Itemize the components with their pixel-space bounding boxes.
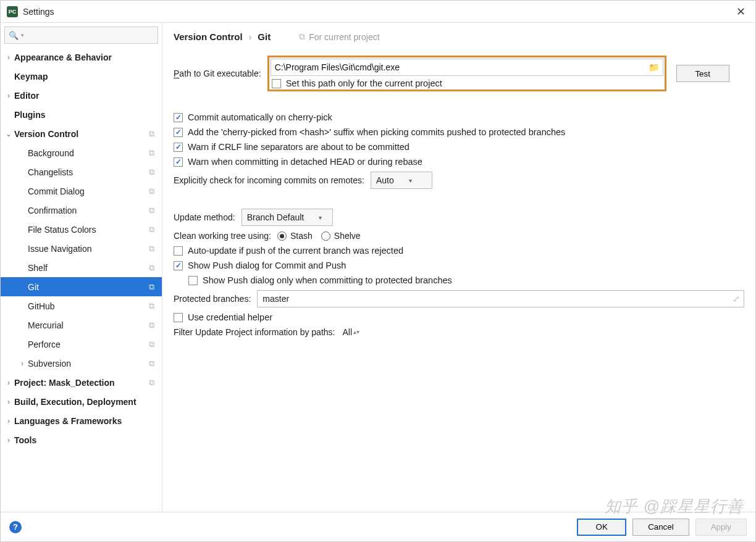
copy-icon: ⧉ [149,129,157,139]
sidebar-item-version-control[interactable]: ⌄Version Control⧉ [1,124,162,143]
help-icon[interactable]: ? [9,521,22,533]
sidebar-item-changelists[interactable]: Changelists⧉ [1,162,162,181]
copy-icon: ⧉ [149,186,157,196]
chevron-right-icon[interactable]: › [4,417,13,425]
sidebar-item-label: Project: Mask_Detection [13,378,149,388]
show-push-protected-checkbox[interactable]: Show Push dialog only when committing to… [188,275,744,285]
sidebar-item-confirmation[interactable]: Confirmation⧉ [1,201,162,220]
show-push-checkbox[interactable]: Show Push dialog for Commit and Push [174,261,744,270]
copy-icon: ⧉ [149,320,157,330]
sidebar-item-label: Tools [13,435,157,445]
test-button[interactable]: Test [676,65,729,82]
breadcrumb: Version Control › Git ⧉ For current proj… [162,23,755,48]
search-input[interactable]: 🔍▾ [4,27,158,44]
protected-branches-input[interactable]: master ⤢ [257,290,744,307]
sidebar-item-label: Subversion [27,359,149,369]
sidebar-item-languages-frameworks[interactable]: ›Languages & Frameworks [1,411,162,430]
copy-icon: ⧉ [149,148,157,158]
explicit-check-select[interactable]: Auto▾ [371,172,432,189]
copy-icon: ⧉ [149,206,157,215]
sidebar-item-github[interactable]: GitHub⧉ [1,296,162,315]
sidebar-item-label: Perforce [27,340,149,349]
sidebar-item-label: Plugins [13,110,157,120]
auto-update-checkbox[interactable]: Auto-update if push of the current branc… [174,246,744,256]
clean-tree-label: Clean working tree using: [174,231,271,241]
chevron-right-icon[interactable]: › [4,53,13,62]
add-suffix-checkbox[interactable]: Add the 'cherry-picked from <hash>' suff… [174,127,744,137]
sidebar-item-issue-navigation[interactable]: Issue Navigation⧉ [1,239,162,258]
sort-icon: ▴▾ [353,330,359,334]
crumb-version-control[interactable]: Version Control [174,31,243,42]
sidebar-item-file-status-colors[interactable]: File Status Colors⧉ [1,220,162,239]
sidebar-item-label: Mercurial [27,320,149,330]
copy-icon: ⧉ [149,340,157,349]
filter-all-dropdown[interactable]: All ▴▾ [342,327,359,337]
copy-icon: ⧉ [149,282,157,292]
shelve-radio[interactable]: Shelve [321,231,361,241]
close-icon[interactable]: ✕ [733,5,749,19]
warn-crlf-checkbox[interactable]: Warn if CRLF line separators are about t… [174,142,744,152]
sidebar-item-subversion[interactable]: ›Subversion⧉ [1,354,162,373]
sidebar-item-label: GitHub [27,301,149,311]
sidebar-item-label: Version Control [13,129,149,139]
copy-icon: ⧉ [149,359,157,369]
chevron-right-icon[interactable]: › [18,359,27,368]
commit-auto-checkbox[interactable]: Commit automatically on cherry-pick [174,112,744,122]
window-title: Settings [23,7,733,17]
copy-icon: ⧉ [149,225,157,235]
sidebar-item-background[interactable]: Background⧉ [1,143,162,162]
chevron-down-icon[interactable]: ⌄ [4,130,13,138]
protected-label: Protected branches: [174,294,251,304]
sidebar-item-label: Commit Dialog [27,186,149,196]
cancel-button[interactable]: Cancel [632,519,689,536]
sidebar-item-git[interactable]: Git⧉ [1,277,162,296]
sidebar-item-label: Languages & Frameworks [13,416,157,426]
sidebar-item-mercurial[interactable]: Mercurial⧉ [1,315,162,335]
git-path-input[interactable]: C:\Program Files\Git\cmd\git.exe 📁 [271,59,663,76]
folder-icon[interactable]: 📁 [649,62,659,72]
explicit-check-label: Explicitly check for incoming commits on… [174,175,364,185]
path-label: Path to Git executable: [174,69,261,78]
update-method-select[interactable]: Branch Default▾ [242,209,333,226]
copy-icon: ⧉ [149,244,157,254]
sidebar-item-commit-dialog[interactable]: Commit Dialog⧉ [1,181,162,201]
expand-icon[interactable]: ⤢ [733,294,740,304]
chevron-right-icon[interactable]: › [4,91,13,100]
sidebar-item-label: Editor [13,91,157,101]
sidebar-item-keymap[interactable]: Keymap [1,67,162,86]
sidebar-item-build-execution-deployment[interactable]: ›Build, Execution, Deployment [1,392,162,411]
sidebar-item-label: Issue Navigation [27,244,149,254]
crumb-git: Git [258,31,271,42]
chevron-down-icon: ▾ [21,32,24,38]
sidebar-item-appearance-behavior[interactable]: ›Appearance & Behavior [1,48,162,67]
copy-icon: ⧉ [149,301,157,311]
filter-update-label: Filter Update Project information by pat… [174,327,335,337]
sidebar-item-label: Confirmation [27,206,149,215]
sidebar-item-label: Git [27,282,149,292]
set-path-only-checkbox[interactable]: Set this path only for the current proje… [272,78,663,88]
sidebar-item-label: Appearance & Behavior [13,52,157,62]
stash-radio[interactable]: Stash [277,231,313,241]
warn-detached-checkbox[interactable]: Warn when committing in detached HEAD or… [174,157,744,167]
ok-button[interactable]: OK [577,519,626,536]
sidebar-item-project-mask-detection[interactable]: ›Project: Mask_Detection⧉ [1,373,162,392]
sidebar-item-plugins[interactable]: Plugins [1,105,162,124]
chevron-right-icon[interactable]: › [4,436,13,444]
chevron-right-icon: › [249,32,252,42]
app-icon: PC [7,6,18,17]
chevron-right-icon[interactable]: › [4,398,13,406]
search-icon: 🔍 [9,31,19,40]
chevron-down-icon: ▾ [409,177,412,184]
sidebar-item-perforce[interactable]: Perforce⧉ [1,335,162,354]
sidebar-item-shelf[interactable]: Shelf⧉ [1,258,162,277]
credential-checkbox[interactable]: Use credential helper [174,312,744,322]
chevron-right-icon[interactable]: › [4,378,13,387]
sidebar-item-label: File Status Colors [27,225,149,235]
sidebar-item-tools[interactable]: ›Tools [1,430,162,449]
copy-icon: ⧉ [149,167,157,177]
sidebar-item-label: Shelf [27,263,149,273]
for-current-project-label: ⧉ For current project [299,31,379,42]
sidebar-item-label: Background [27,148,149,158]
settings-tree: ›Appearance & BehaviorKeymap›EditorPlugi… [1,48,162,512]
sidebar-item-editor[interactable]: ›Editor [1,86,162,105]
